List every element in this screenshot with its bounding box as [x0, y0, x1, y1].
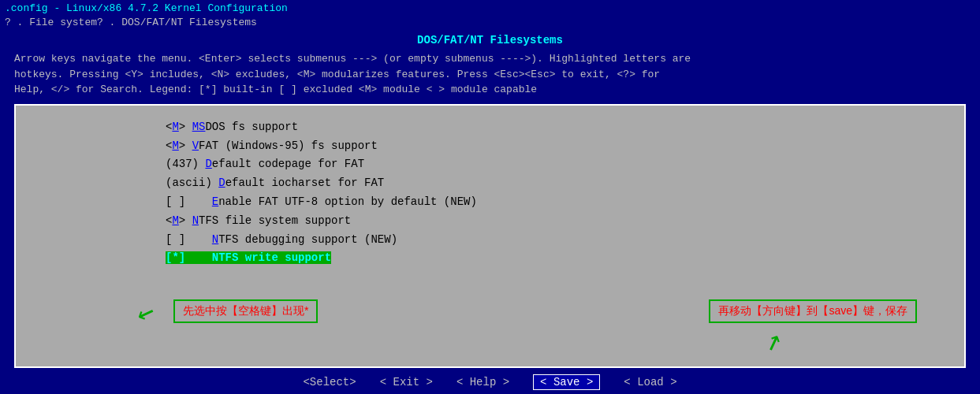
- title-line1: .config - Linux/x86 4.7.2 Kernel Configu…: [5, 2, 975, 16]
- save-button[interactable]: < Save >: [533, 374, 600, 390]
- dialog-title: DOS/FAT/NT Filesystems: [8, 32, 972, 48]
- annotation-left: 先选中按【空格键】出现*: [173, 299, 318, 323]
- load-button[interactable]: < Load >: [624, 376, 676, 388]
- arrow-right-icon: ↙: [762, 328, 788, 360]
- help-text: Arrow keys navigate the menu. <Enter> se…: [8, 48, 972, 102]
- app: .config - Linux/x86 4.7.2 Kernel Configu…: [0, 0, 980, 394]
- help-line3: Help, </> for Search. Legend: [*] built-…: [14, 82, 966, 98]
- menu-item-codepage[interactable]: (437) Default codepage for FAT: [24, 155, 956, 174]
- title-bar: .config - Linux/x86 4.7.2 Kernel Configu…: [0, 0, 980, 32]
- menu-item-iocharset[interactable]: (ascii) Default iocharset for FAT: [24, 174, 956, 193]
- breadcrumb: ? . File system? . DOS/FAT/NT Filesystem…: [5, 16, 975, 30]
- help-line1: Arrow keys navigate the menu. <Enter> se…: [14, 51, 966, 67]
- arrow-left-icon: ↙: [133, 296, 159, 329]
- help-line2: hotkeys. Pressing <Y> includes, <N> excl…: [14, 67, 966, 83]
- help-button[interactable]: < Help >: [456, 376, 509, 388]
- menu-item-ntfs-write[interactable]: [*] NTFS write support: [24, 249, 956, 268]
- exit-button[interactable]: < Exit >: [380, 376, 433, 388]
- button-bar: <Select> < Exit > < Help > < Save > < Lo…: [0, 370, 980, 394]
- content-area: <M> MSDOS fs support<M> VFAT (Windows-95…: [14, 104, 966, 368]
- menu-list: <M> MSDOS fs support<M> VFAT (Windows-95…: [24, 118, 956, 268]
- menu-item-utf8[interactable]: [ ] Enable FAT UTF-8 option by default (…: [24, 193, 956, 212]
- select-button[interactable]: <Select>: [303, 376, 356, 388]
- menu-item-vfat[interactable]: <M> VFAT (Windows-95) fs support: [24, 137, 956, 156]
- dialog: DOS/FAT/NT Filesystems Arrow keys naviga…: [0, 32, 980, 370]
- annotation-right: 再移动【方向键】到【save】键，保存: [709, 299, 917, 323]
- menu-item-msdos[interactable]: <M> MSDOS fs support: [24, 118, 956, 137]
- menu-item-ntfs[interactable]: <M> NTFS file system support: [24, 212, 956, 231]
- menu-item-ntfs-debug[interactable]: [ ] NTFS debugging support (NEW): [24, 231, 956, 250]
